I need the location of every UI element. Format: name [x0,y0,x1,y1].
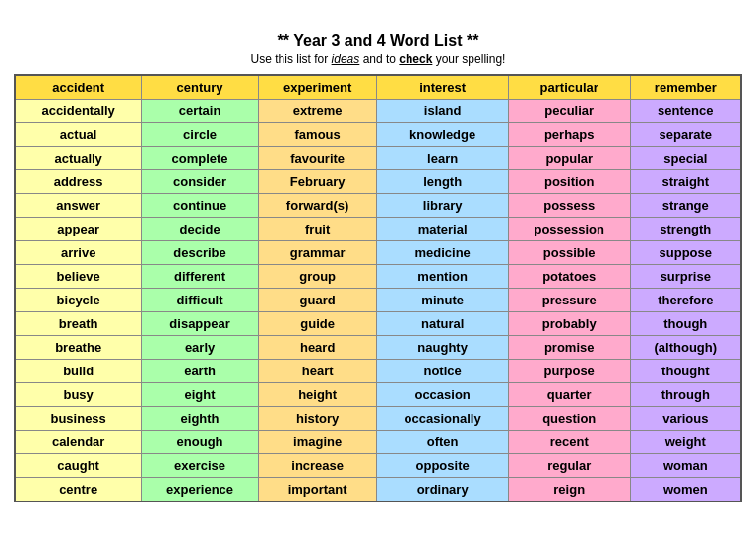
word-cell: therefore [630,289,741,312]
word-cell: reign [508,478,630,502]
word-cell: surprise [630,265,741,289]
word-cell: probably [508,312,630,336]
header-cell: experiment [258,75,377,100]
word-cell: height [258,383,377,407]
word-cell: heart [258,360,377,383]
word-cell: circle [142,123,259,147]
table-row: accidentallycertainextremeislandpeculiar… [15,100,741,123]
word-cell: famous [258,123,377,147]
word-cell: centre [15,478,142,502]
word-cell: regular [508,454,630,478]
header-cell: century [142,75,259,100]
word-cell: eight [142,383,259,407]
table-row: busyeightheightoccasionquarterthrough [15,383,741,407]
word-cell: breathe [15,336,142,360]
word-cell: consider [142,170,259,194]
word-cell: occasionally [377,407,508,431]
word-cell: ordinary [377,478,508,502]
word-cell: different [142,265,259,289]
table-row: believedifferentgroupmentionpotatoessurp… [15,265,741,289]
word-cell: possible [508,241,630,265]
word-cell: bicycle [15,289,142,312]
word-cell: strength [630,218,741,241]
word-cell: address [15,170,142,194]
table-row: buildearthheartnoticepurposethought [15,360,741,383]
word-cell: quarter [508,383,630,407]
word-cell: February [258,170,377,194]
word-cell: possession [508,218,630,241]
word-cell: grammar [258,241,377,265]
table-row: caughtexerciseincreaseoppositeregularwom… [15,454,741,478]
word-cell: question [508,407,630,431]
word-cell: enough [142,431,259,454]
word-cell: length [377,170,508,194]
word-cell: purpose [508,360,630,383]
word-cell: medicine [377,241,508,265]
word-cell: position [508,170,630,194]
word-cell: pressure [508,289,630,312]
word-cell: notice [377,360,508,383]
table-row: bicycledifficultguardminutepressurethere… [15,289,741,312]
word-cell: though [630,312,741,336]
word-cell: favourite [258,147,377,170]
word-cell: through [630,383,741,407]
subtitle-bold: check [399,52,432,66]
word-cell: minute [377,289,508,312]
header-cell: accident [15,75,142,100]
word-cell: busy [15,383,142,407]
word-cell: calendar [15,431,142,454]
word-cell: early [142,336,259,360]
header-cell: interest [377,75,508,100]
word-cell: fruit [258,218,377,241]
word-cell: imagine [258,431,377,454]
word-cell: island [377,100,508,123]
table-row: calendarenoughimagineoftenrecentweight [15,431,741,454]
page-subtitle: Use this list for ideas and to check you… [14,52,742,66]
word-cell: perhaps [508,123,630,147]
page-title: ** Year 3 and 4 Word List ** [14,33,742,50]
table-row: centreexperienceimportantordinaryreignwo… [15,478,741,502]
subtitle-suffix: your spelling! [432,52,505,66]
word-cell: weight [630,431,741,454]
word-cell: material [377,218,508,241]
word-cell: heard [258,336,377,360]
word-cell: straight [630,170,741,194]
word-cell: caught [15,454,142,478]
word-cell: earth [142,360,259,383]
word-cell: history [258,407,377,431]
word-cell: sentence [630,100,741,123]
word-cell: exercise [142,454,259,478]
table-row: businesseighthhistoryoccasionallyquestio… [15,407,741,431]
word-cell: important [258,478,377,502]
table-row: breathdisappearguidenaturalprobablythoug… [15,312,741,336]
header-cell: particular [508,75,630,100]
table-row: actuallycompletefavouritelearnpopularspe… [15,147,741,170]
word-cell: peculiar [508,100,630,123]
word-cell: arrive [15,241,142,265]
table-row: breatheearlyheardnaughtypromise(although… [15,336,741,360]
header-cell: remember [630,75,741,100]
word-cell: build [15,360,142,383]
word-cell: various [630,407,741,431]
word-cell: believe [15,265,142,289]
word-cell: business [15,407,142,431]
word-cell: complete [142,147,259,170]
table-row: appeardecidefruitmaterialpossessionstren… [15,218,741,241]
word-cell: group [258,265,377,289]
word-cell: describe [142,241,259,265]
word-cell: guard [258,289,377,312]
word-cell: breath [15,312,142,336]
word-cell: difficult [142,289,259,312]
word-cell: strange [630,194,741,218]
word-cell: library [377,194,508,218]
word-cell: certain [142,100,259,123]
word-cell: (although) [630,336,741,360]
word-cell: actually [15,147,142,170]
subtitle-italic: ideas [332,52,360,66]
word-cell: decide [142,218,259,241]
table-row: actualcirclefamousknowledgeperhapssepara… [15,123,741,147]
subtitle-prefix: Use this list for [251,52,332,66]
word-cell: potatoes [508,265,630,289]
word-cell: experience [142,478,259,502]
word-cell: appear [15,218,142,241]
